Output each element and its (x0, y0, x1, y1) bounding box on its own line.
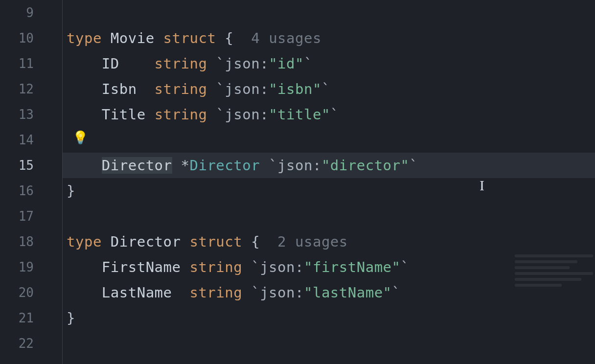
code-line[interactable]: } (63, 178, 595, 204)
code-line[interactable]: Title string `json:"title"` (63, 102, 595, 127)
line-number[interactable]: 13 (0, 102, 62, 127)
struct-tag-tick: ` (251, 284, 260, 301)
brace-open: { (225, 30, 233, 46)
field-name: Director (102, 157, 172, 174)
line-number[interactable]: 21 (0, 305, 62, 331)
field-name: FirstName (102, 259, 181, 275)
struct-tag-tick: ` (216, 55, 225, 72)
code-line[interactable] (63, 331, 595, 356)
struct-tag-key: json: (260, 284, 304, 301)
field-type: string (155, 55, 207, 72)
struct-tag-key: json: (260, 259, 304, 275)
line-number[interactable]: 17 (0, 204, 62, 229)
struct-tag-val: "director" (321, 157, 410, 174)
struct-tag-tick: ` (392, 284, 401, 301)
keyword-struct: struct (189, 233, 242, 250)
field-name: LastName (102, 284, 172, 301)
code-line[interactable]: type Director struct { 2 usages (63, 229, 595, 254)
code-line[interactable]: } (63, 305, 595, 331)
field-name: Isbn (102, 81, 137, 97)
line-number[interactable]: 10 (0, 25, 62, 51)
struct-tag-tick: ` (216, 106, 225, 123)
code-line-current[interactable]: Director *Director `json:"director"` (63, 153, 595, 178)
code-area[interactable]: type Movie struct { 4 usages ID string `… (63, 0, 595, 364)
brace-close: } (67, 310, 75, 326)
line-number[interactable]: 15 (0, 153, 62, 178)
pointer-star: * (181, 157, 190, 174)
code-line[interactable]: type Movie struct { 4 usages (63, 25, 595, 51)
field-type: string (189, 259, 242, 275)
line-number[interactable]: 20 (0, 280, 62, 305)
lightbulb-icon[interactable]: 💡 (72, 130, 88, 145)
type-name-movie: Movie (111, 30, 155, 46)
keyword-type: type (67, 30, 102, 46)
code-line[interactable] (63, 0, 595, 25)
line-number[interactable]: 12 (0, 76, 62, 102)
struct-tag-val: "title" (269, 106, 330, 123)
struct-tag-tick: ` (401, 259, 410, 275)
line-number[interactable]: 18 (0, 229, 62, 254)
line-number[interactable]: 22 (0, 331, 62, 356)
struct-tag-key: json: (277, 157, 321, 174)
line-number[interactable]: 16 (0, 178, 62, 204)
field-type: string (189, 284, 242, 301)
inlay-hint-usages[interactable]: 2 usages (277, 233, 348, 250)
struct-tag-tick: ` (330, 106, 339, 123)
code-line[interactable] (63, 127, 595, 153)
line-number[interactable]: 14 (0, 127, 62, 153)
struct-tag-tick: ` (321, 81, 330, 97)
keyword-struct: struct (163, 30, 216, 46)
struct-tag-key: json: (225, 106, 269, 123)
code-line[interactable] (63, 204, 595, 229)
line-number[interactable]: 19 (0, 254, 62, 280)
field-type: string (155, 81, 207, 97)
struct-tag-val: "lastName" (304, 284, 392, 301)
field-type: Director (189, 157, 260, 174)
code-line[interactable]: ID string `json:"id"` (63, 51, 595, 76)
struct-tag-tick: ` (216, 81, 225, 97)
field-type: string (155, 106, 207, 123)
struct-tag-key: json: (225, 81, 269, 97)
line-number-gutter: 910111213141516171819202122 (0, 0, 63, 364)
struct-tag-key: json: (225, 55, 269, 72)
inlay-hint-usages[interactable]: 4 usages (251, 30, 321, 46)
code-line[interactable]: Isbn string `json:"isbn"` (63, 76, 595, 102)
struct-tag-val: "firstName" (304, 259, 401, 275)
struct-tag-val: "isbn" (269, 81, 321, 97)
keyword-type: type (67, 233, 102, 250)
minimap[interactable] (515, 254, 593, 308)
brace-open: { (251, 233, 260, 250)
line-number[interactable]: 11 (0, 51, 62, 76)
struct-tag-tick: ` (251, 259, 260, 275)
line-number[interactable]: 9 (0, 0, 62, 25)
struct-tag-tick: ` (410, 157, 418, 174)
field-name: Title (102, 106, 146, 123)
brace-close: } (67, 182, 75, 199)
field-name: ID (102, 55, 119, 72)
struct-tag-tick: ` (304, 55, 313, 72)
code-editor[interactable]: 910111213141516171819202122 💡 type Movie… (0, 0, 595, 364)
struct-tag-val: "id" (269, 55, 304, 72)
struct-tag-tick: ` (269, 157, 277, 174)
type-name-director: Director (111, 233, 181, 250)
